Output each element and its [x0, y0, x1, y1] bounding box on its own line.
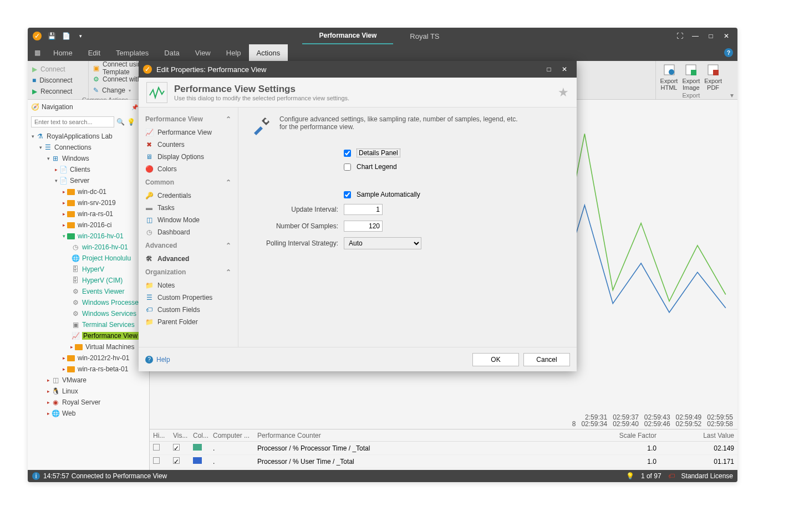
nav-counters[interactable]: ✖Counters [139, 139, 238, 151]
server-icon: 🗄 [71, 276, 80, 285]
grid-icon[interactable]: ▦ [32, 48, 42, 58]
tree-item[interactable]: ◷win-2016-hv-01 [28, 242, 149, 253]
server-icon: 🗄 [71, 265, 80, 274]
save-icon[interactable]: 💾 [47, 31, 57, 41]
tree-clients[interactable]: ▸📄Clients [28, 164, 149, 175]
details-panel-checkbox[interactable] [344, 150, 351, 157]
search-input[interactable] [31, 116, 114, 127]
tree-item[interactable]: 🗄HyperV [28, 264, 149, 275]
menu-actions[interactable]: Actions [249, 44, 288, 61]
tree-item[interactable]: ⚙Windows Processes [28, 297, 149, 308]
search-icon[interactable]: 🔍 [116, 118, 125, 126]
license-icon: 🏷 [668, 472, 675, 480]
export-image-button[interactable]: Export Image [682, 63, 700, 91]
pin-icon[interactable]: 📌 [131, 104, 138, 110]
nav-display-options[interactable]: 🖥Display Options [139, 151, 238, 163]
tree-vmware[interactable]: ▸◫VMware [28, 375, 149, 386]
menu-templates[interactable]: Templates [108, 44, 156, 61]
maximize-icon[interactable]: □ [706, 32, 715, 40]
ok-button[interactable]: OK [472, 353, 519, 366]
help-icon[interactable]: ? [724, 48, 733, 57]
disconnect-button[interactable]: ■Disconnect [32, 75, 84, 85]
minimize-icon[interactable]: — [691, 32, 700, 40]
tree-item[interactable]: ▣Terminal Services [28, 319, 149, 330]
polling-strategy-select[interactable]: Auto [344, 237, 421, 249]
tag-icon: 🏷 [145, 306, 153, 314]
update-interval-input[interactable] [344, 204, 383, 215]
nav-tasks[interactable]: ▬Tasks [139, 202, 238, 214]
tree-item[interactable]: ▸win-dc-01 [28, 186, 149, 197]
reconnect-button[interactable]: ▶Reconnect [32, 86, 84, 96]
perf-icon: 📈 [71, 331, 80, 340]
visible-checkbox[interactable]: ✓ [173, 457, 180, 464]
nav-performance-view[interactable]: 📈Performance View [139, 126, 238, 139]
visible-checkbox[interactable]: ✓ [173, 444, 180, 451]
highlight-checkbox[interactable] [153, 457, 160, 464]
tab-performance-view[interactable]: Performance View [302, 28, 393, 44]
tree-windows[interactable]: ▾⊞Windows [28, 153, 149, 164]
clock-icon: ◷ [71, 243, 80, 252]
section-common[interactable]: Common⌃ [139, 175, 238, 190]
favorite-star-icon[interactable]: ★ [558, 85, 569, 100]
dialog-maximize-icon[interactable]: □ [541, 65, 557, 73]
ribbon-export-title: Export [660, 91, 722, 99]
linux-icon: 🐧 [51, 387, 60, 396]
menu-view[interactable]: View [187, 44, 218, 61]
tree-item[interactable]: 🗄HyperV (CIM) [28, 275, 149, 286]
chart-legend-checkbox[interactable] [344, 163, 351, 171]
section-performance-view[interactable]: Performance View⌃ [139, 112, 238, 126]
tree-server[interactable]: ▾📄Server [28, 175, 149, 186]
nav-credentials[interactable]: 🔑Credentials [139, 190, 238, 202]
menu-edit[interactable]: Edit [80, 44, 108, 61]
close-icon[interactable]: ✕ [722, 32, 731, 40]
nav-advanced[interactable]: 🛠Advanced [139, 253, 238, 265]
tree-web[interactable]: ▸🌐Web [28, 408, 149, 419]
tree-linux[interactable]: ▸🐧Linux [28, 386, 149, 397]
nav-parent-folder[interactable]: 📁Parent Folder [139, 316, 238, 328]
dropdown-icon[interactable]: ▾ [75, 31, 85, 41]
section-organization[interactable]: Organization⌃ [139, 265, 238, 279]
table-row[interactable]: ✓ . Processor / % User Time / _Total 1.0… [150, 455, 737, 468]
dialog-header: Performance View Settings [174, 84, 349, 95]
tree-hv[interactable]: ▾win-2016-hv-01 [28, 231, 149, 242]
dialog-help-link[interactable]: ?Help [145, 356, 170, 364]
nav-window-mode[interactable]: ◫Window Mode [139, 214, 238, 226]
tree-root[interactable]: ▾⚗RoyalApplications Lab [28, 131, 149, 142]
export-pdf-button[interactable]: Export PDF [704, 63, 722, 91]
nav-notes[interactable]: 📁Notes [139, 279, 238, 291]
num-samples-input[interactable] [344, 221, 383, 232]
sample-auto-checkbox[interactable] [344, 191, 351, 198]
tree-performance-view[interactable]: 📈Performance View [28, 330, 149, 341]
export-html-button[interactable]: Export HTML [660, 63, 678, 91]
tree-item[interactable]: ▸win-srv-2019 [28, 197, 149, 208]
new-icon[interactable]: 📄 [61, 31, 71, 41]
nav-dashboard[interactable]: ◷Dashboard [139, 226, 238, 238]
menu-help[interactable]: Help [218, 44, 249, 61]
section-advanced[interactable]: Advanced⌃ [139, 238, 238, 253]
bulb-on-icon[interactable]: 💡 [127, 118, 135, 126]
nav-custom-fields[interactable]: 🏷Custom Fields [139, 304, 238, 316]
tree-item[interactable]: ▸win-2012r2-hv-01 [28, 352, 149, 364]
tree-item[interactable]: 🌐Project Honolulu [28, 253, 149, 264]
highlight-checkbox[interactable] [153, 444, 160, 451]
nav-custom-properties[interactable]: ☰Custom Properties [139, 291, 238, 304]
tree-vm[interactable]: ▸Virtual Machines [28, 341, 149, 352]
dialog-close-icon[interactable]: ✕ [557, 65, 572, 73]
status-time: 14:57:57 [43, 472, 69, 480]
tree-item[interactable]: ▸win-ra-rs-beta-01 [28, 364, 149, 375]
tab-royal-ts[interactable]: Royal TS [393, 28, 456, 44]
tree-item[interactable]: ⚙Windows Services [28, 308, 149, 319]
tree-item[interactable]: ▸win-ra-rs-01 [28, 208, 149, 219]
table-row[interactable]: ✓ . Processor / % Processor Time / _Tota… [150, 442, 737, 455]
tree-item[interactable]: ▸win-2016-ci [28, 219, 149, 231]
tree-royalserver[interactable]: ▸◉Royal Server [28, 397, 149, 408]
menu-data[interactable]: Data [156, 44, 187, 61]
tree-item[interactable]: ⚙Events Viewer [28, 286, 149, 297]
connect-button[interactable]: ▶Connect [32, 64, 84, 74]
tree-connections[interactable]: ▾☰Connections [28, 142, 149, 153]
folder-icon [67, 209, 75, 218]
menu-home[interactable]: Home [45, 44, 80, 61]
cancel-button[interactable]: Cancel [523, 353, 570, 366]
fullscreen-icon[interactable]: ⛶ [675, 32, 684, 40]
nav-colors[interactable]: 🔴Colors [139, 163, 238, 175]
